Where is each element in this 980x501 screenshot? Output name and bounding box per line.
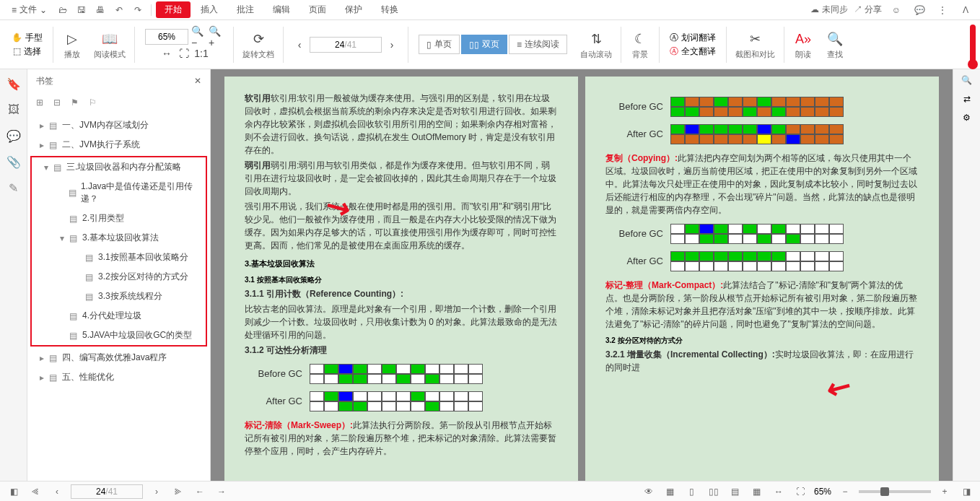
sync-status[interactable]: ☁ 未同步 — [810, 4, 847, 16]
find-button[interactable]: 🔍查找 — [821, 27, 849, 61]
bookmark-item[interactable]: ▤3.1按照基本回收策略分 — [32, 248, 206, 267]
actual-size-icon[interactable]: 1:1 — [194, 46, 209, 61]
view-mode-3-icon[interactable]: ▯ — [684, 484, 700, 500]
prev-page-sb-icon[interactable]: ‹ — [49, 484, 65, 500]
double-page-button[interactable]: ▯▯ 双页 — [461, 35, 507, 54]
share-button[interactable]: ↗ 分享 — [854, 4, 882, 16]
single-page-button[interactable]: ▯ 单页 — [419, 35, 460, 54]
smile-icon[interactable]: ☺ — [888, 1, 905, 19]
collapse-ribbon-icon[interactable]: ᐱ — [957, 1, 974, 19]
comment-panel-icon[interactable]: 💬 — [5, 127, 22, 144]
save-icon[interactable]: 🖫 — [73, 1, 90, 19]
bookmark-item[interactable]: ▤4.分代处理垃圾 — [32, 306, 206, 326]
read-aloud-button[interactable]: A»朗读 — [789, 27, 818, 61]
bookmark-item[interactable]: ▸▤四、编写高效优雅Java程序 — [27, 348, 210, 367]
redo-icon[interactable]: ↷ — [129, 1, 146, 19]
tab-edit[interactable]: 编辑 — [264, 1, 299, 18]
bookmark-item[interactable]: ▤2.引用类型 — [32, 209, 206, 228]
print-icon[interactable]: 🖶 — [92, 1, 109, 19]
delete-bookmark-icon[interactable]: ⊟ — [53, 97, 61, 108]
right-panel-toggle-icon[interactable]: ◨ — [958, 484, 974, 500]
left-rail: 🔖 🖼 💬 📎 ✎ — [0, 69, 27, 481]
toolbar: ✋手型 ⬚选择 ▷播放 📖阅读模式 🔍− 🔍+ ↔ ⛶ 1:1 ⟳旋转文档 ‹ … — [0, 20, 980, 69]
rotate-button[interactable]: ⟳旋转文档 — [238, 27, 279, 61]
bookmark-panel-icon[interactable]: 🔖 — [5, 75, 22, 92]
bookmark-outline-icon[interactable]: ⚐ — [89, 97, 97, 108]
fullscreen-icon[interactable]: ⛶ — [792, 484, 808, 500]
bookmark-flag-icon[interactable]: ⚑ — [71, 97, 79, 108]
tab-start[interactable]: 开始 — [156, 1, 191, 18]
tab-insert[interactable]: 插入 — [192, 1, 227, 18]
bookmark-item[interactable]: ▸▤五、性能优化 — [27, 367, 210, 387]
play-button[interactable]: ▷播放 — [58, 27, 87, 61]
view-mode-1-icon[interactable]: 👁 — [641, 484, 657, 500]
zoom-out-sb-icon[interactable]: − — [837, 484, 853, 500]
fit-icon[interactable]: ↔ — [771, 484, 787, 500]
statusbar: ◧ ⫷ ‹ 24/41 › ⫸ ← → 👁 ▦ ▯ ▯▯ ▤ ▦ ↔ ⛶ 65%… — [0, 481, 980, 501]
last-page-icon[interactable]: ⫸ — [170, 484, 186, 500]
view-mode-5-icon[interactable]: ▤ — [727, 484, 743, 500]
document-viewport[interactable]: 软引用软引用:软引用一般被做为缓存来使用。与强引用的区别是，软引用在垃圾回收时，… — [211, 69, 953, 481]
open-icon[interactable]: 🗁 — [54, 1, 71, 19]
hand-tool-icon[interactable]: ✋ — [12, 32, 22, 43]
view-mode-2-icon[interactable]: ▦ — [662, 484, 678, 500]
zoom-input[interactable] — [145, 29, 188, 45]
select-tool-icon[interactable]: ⬚ — [13, 46, 21, 56]
fit-page-icon[interactable]: ⛶ — [177, 46, 191, 61]
next-page-icon[interactable]: › — [385, 38, 399, 52]
bookmark-item[interactable]: ▤5.JAVA中垃圾回收GC的类型 — [32, 326, 206, 345]
word-translate-icon[interactable]: Ⓐ — [670, 32, 678, 44]
status-zoom: 65% — [814, 487, 831, 497]
bookmark-item[interactable]: ▤3.2按分区对待的方式分 — [32, 267, 206, 287]
prev-page-icon[interactable]: ‹ — [292, 38, 307, 52]
pdf-page-right: Before GC After GC 复制（Copying）:此算法把内存空间划… — [585, 77, 939, 481]
next-page-sb-icon[interactable]: › — [149, 484, 165, 500]
sidebar-toggle-icon[interactable]: ◧ — [6, 484, 22, 500]
close-sidebar-icon[interactable]: ✕ — [194, 76, 201, 86]
bookmark-item[interactable]: ▸▤一、JVM内存区域划分 — [27, 116, 210, 135]
bookmark-item[interactable]: ▾▤三.垃圾回收器和内存分配策略 — [32, 157, 206, 177]
tab-protect[interactable]: 保护 — [336, 1, 371, 18]
tools-icon[interactable]: ⚙ — [963, 113, 971, 123]
signature-panel-icon[interactable]: ✎ — [5, 179, 22, 196]
reader-mode-button[interactable]: 📖阅读模式 — [89, 27, 130, 61]
menu-file[interactable]: ≡ 文件 ⌄ — [6, 1, 53, 18]
thermometer-icon — [970, 25, 976, 65]
continuous-button[interactable]: ≡ 连续阅读 — [509, 35, 567, 54]
tab-page[interactable]: 页面 — [300, 1, 335, 18]
autoscroll-button[interactable]: ⇅自动滚动 — [576, 27, 616, 61]
bookmark-item[interactable]: ▤3.3按系统线程分 — [32, 287, 206, 306]
bookmark-item[interactable]: ▾▤3.基本垃圾回收算法 — [32, 228, 206, 248]
more-icon[interactable]: ⋮ — [934, 1, 951, 19]
view-mode-6-icon[interactable]: ▦ — [749, 484, 765, 500]
convert-icon[interactable]: ⇄ — [963, 94, 971, 104]
attachment-panel-icon[interactable]: 📎 — [5, 153, 22, 170]
bookmark-tree: ▸▤一、JVM内存区域划分 ▸▤二、JVM执行子系统 ▾▤三.垃圾回收器和内存分… — [27, 113, 210, 481]
bookmark-item[interactable]: ▸▤二、JVM执行子系统 — [27, 135, 210, 154]
zoom-out-icon[interactable]: 🔍− — [191, 30, 206, 44]
search-icon[interactable]: 🔍 — [961, 75, 972, 85]
thumbnail-panel-icon[interactable]: 🖼 — [5, 101, 22, 118]
chat-icon[interactable]: 💬 — [911, 1, 928, 19]
bookmark-sidebar: 书签 ✕ ⊞ ⊟ ⚑ ⚐ ▸▤一、JVM内存区域划分 ▸▤二、JVM执行子系统 … — [27, 69, 211, 481]
zoom-in-icon[interactable]: 🔍+ — [209, 30, 223, 44]
tab-annotate[interactable]: 批注 — [228, 1, 263, 18]
screenshot-button[interactable]: ✂截图和对比 — [731, 27, 779, 61]
first-page-icon[interactable]: ⫷ — [27, 484, 43, 500]
background-button[interactable]: ☾背景 — [626, 27, 655, 61]
forward-icon[interactable]: → — [214, 484, 229, 500]
full-translate-icon[interactable]: Ⓐ — [670, 45, 678, 58]
page-number-input[interactable]: 24/41 — [310, 37, 382, 53]
back-icon[interactable]: ← — [192, 484, 208, 500]
right-rail: 🔍 ⇄ ⚙ — [953, 69, 980, 481]
undo-icon[interactable]: ↶ — [110, 1, 128, 19]
bookmark-item[interactable]: ▤1.Java中是值传递还是引用传递？ — [32, 177, 206, 209]
fit-width-icon[interactable]: ↔ — [159, 46, 174, 61]
view-mode-4-icon[interactable]: ▯▯ — [706, 484, 722, 500]
zoom-in-sb-icon[interactable]: + — [937, 484, 953, 500]
zoom-slider[interactable] — [859, 490, 931, 493]
tab-convert[interactable]: 转换 — [372, 1, 407, 18]
sidebar-title: 书签 — [36, 75, 53, 87]
add-bookmark-icon[interactable]: ⊞ — [36, 97, 43, 108]
status-page-input[interactable]: 24/41 — [71, 484, 143, 499]
